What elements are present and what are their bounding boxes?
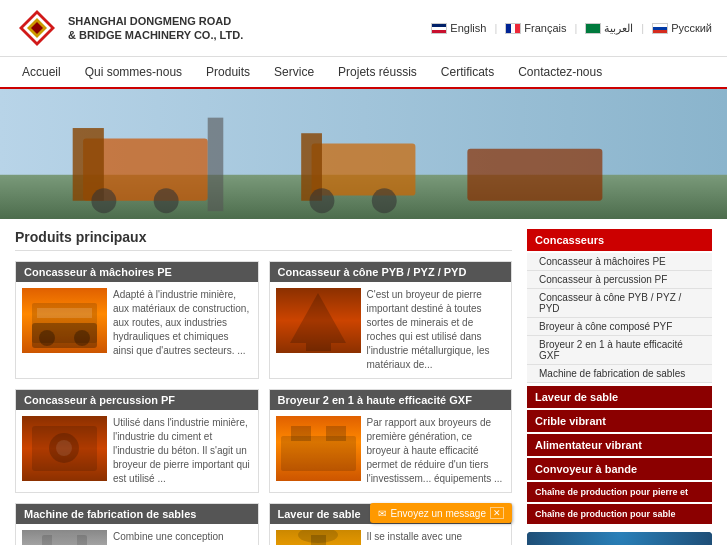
- svg-rect-17: [37, 308, 92, 318]
- product-desc-gxf: Par rapport aux broyeurs de première gén…: [367, 416, 506, 486]
- svg-marker-20: [290, 293, 346, 343]
- product-desc-laveur: Il se installe avec une inclinaison de 1…: [367, 530, 506, 545]
- svg-rect-11: [467, 149, 602, 201]
- chat-label: Envoyez un message: [390, 508, 486, 519]
- sidebar-section-laveur[interactable]: Laveur de sable: [527, 386, 712, 408]
- nav-produits[interactable]: Produits: [194, 57, 262, 87]
- nav-accueil[interactable]: Accueil: [10, 57, 73, 87]
- product-image-laveur: [276, 530, 361, 545]
- svg-point-18: [39, 330, 55, 346]
- product-card-gxf: Broyeur 2 en 1 à haute efficacité GXF Pa…: [269, 389, 513, 493]
- svg-rect-9: [312, 144, 416, 196]
- product-image-pf: [22, 416, 107, 481]
- company-name: SHANGHAI DONGMENG ROAD & BRIDGE MACHINER…: [68, 14, 243, 43]
- product-body-laveur: Il se installe avec une inclinaison de 1…: [270, 524, 512, 545]
- sidebar-section-alimentateur[interactable]: Alimentateur vibrant: [527, 434, 712, 456]
- nav-projets-reussis[interactable]: Projets réussis: [326, 57, 429, 87]
- language-bar: English | Français | العربية | Русский: [431, 22, 712, 35]
- flag-english: [431, 23, 447, 34]
- logo-icon: [15, 8, 60, 48]
- chat-bubble[interactable]: ✉ Envoyez un message ✕: [370, 503, 512, 523]
- sidebar-section-crible[interactable]: Crible vibrant: [527, 410, 712, 432]
- sidebar-item-cone-pyb[interactable]: Concasseur à cône PYB / PYZ / PYD: [527, 289, 712, 318]
- sidebar-section-concasseurs[interactable]: Concasseurs: [527, 229, 712, 251]
- hero-image: [0, 89, 727, 219]
- nav-service[interactable]: Service: [262, 57, 326, 87]
- nav-contactez-nous[interactable]: Contactez-nous: [506, 57, 614, 87]
- chat-icon: ✉: [378, 508, 386, 519]
- flag-french: [505, 23, 521, 34]
- lang-arabic[interactable]: العربية: [585, 22, 633, 35]
- lang-french-label: Français: [524, 22, 566, 34]
- product-body-pe: Adapté à l'industrie minière, aux matéri…: [16, 282, 258, 364]
- product-card-pe: Concasseur à mâchoires PE Adapté à l'i: [15, 261, 259, 379]
- lang-english[interactable]: English: [431, 22, 486, 34]
- svg-point-13: [154, 188, 179, 213]
- flag-arabic: [585, 23, 601, 34]
- sidebar-section-chaine-sable[interactable]: Chaîne de production pour sable: [527, 504, 712, 524]
- main-nav: Accueil Qui sommes-nous Produits Service…: [0, 57, 727, 89]
- svg-rect-27: [326, 426, 346, 441]
- product-title-pf[interactable]: Concasseur à percussion PF: [16, 390, 258, 410]
- main-content: Produits principaux Concasseur à mâchoir…: [0, 219, 727, 545]
- svg-rect-26: [291, 426, 311, 441]
- page-header: SHANGHAI DONGMENG ROAD & BRIDGE MACHINER…: [0, 0, 727, 57]
- content-area: Produits principaux Concasseur à mâchoir…: [15, 229, 512, 545]
- sidebar: Concasseurs Concasseur à mâchoires PE Co…: [527, 229, 712, 545]
- sidebar-item-percussion-pf[interactable]: Concasseur à percussion PF: [527, 271, 712, 289]
- product-image-cone: [276, 288, 361, 353]
- svg-rect-30: [52, 535, 77, 545]
- svg-rect-21: [306, 343, 331, 351]
- product-wrapper: Concasseur à mâchoires PE Adapté à l'i: [15, 261, 512, 545]
- nav-qui-sommes-nous[interactable]: Qui sommes-nous: [73, 57, 194, 87]
- product-card-mfs: Machine de fabrication de sables Combine…: [15, 503, 259, 545]
- product-card-cone: Concasseur à cône PYB / PYZ / PYD C'est …: [269, 261, 513, 379]
- svg-point-15: [372, 188, 397, 213]
- sidebar-section-convoyeur[interactable]: Convoyeur à bande: [527, 458, 712, 480]
- lang-english-label: English: [450, 22, 486, 34]
- lang-separator-2: |: [574, 22, 577, 34]
- contact-box: Contactez-nous: [527, 532, 712, 545]
- product-image-pe: [22, 288, 107, 353]
- product-desc-cone: C'est un broyeur de pierre important des…: [367, 288, 506, 372]
- svg-rect-25: [281, 436, 356, 471]
- flag-russian: [652, 23, 668, 34]
- lang-separator-1: |: [494, 22, 497, 34]
- product-image-mfs: [22, 530, 107, 545]
- hero-banner: [0, 89, 727, 219]
- product-image-gxf: [276, 416, 361, 481]
- product-desc-pe: Adapté à l'industrie minière, aux matéri…: [113, 288, 252, 358]
- product-body-gxf: Par rapport aux broyeurs de première gén…: [270, 410, 512, 492]
- product-title-gxf[interactable]: Broyeur 2 en 1 à haute efficacité GXF: [270, 390, 512, 410]
- product-card-pf: Concasseur à percussion PF Utilisé dans …: [15, 389, 259, 493]
- lang-russian-label: Русский: [671, 22, 712, 34]
- svg-point-14: [309, 188, 334, 213]
- svg-point-19: [74, 330, 90, 346]
- svg-rect-8: [208, 118, 224, 211]
- product-body-cone: C'est un broyeur de pierre important des…: [270, 282, 512, 378]
- product-desc-mfs: Combine une conception technique des pro…: [113, 530, 252, 545]
- lang-french[interactable]: Français: [505, 22, 566, 34]
- svg-point-12: [91, 188, 116, 213]
- sidebar-item-machoires-pe[interactable]: Concasseur à mâchoires PE: [527, 253, 712, 271]
- product-title-mfs[interactable]: Machine de fabrication de sables: [16, 504, 258, 524]
- svg-point-33: [298, 530, 338, 543]
- lang-separator-3: |: [641, 22, 644, 34]
- lang-arabic-label: العربية: [604, 22, 633, 35]
- chat-close-icon[interactable]: ✕: [490, 507, 504, 519]
- product-title-cone[interactable]: Concasseur à cône PYB / PYZ / PYD: [270, 262, 512, 282]
- product-body-pf: Utilisé dans l'industrie minière, l'indu…: [16, 410, 258, 492]
- lang-russian[interactable]: Русский: [652, 22, 712, 34]
- sidebar-item-cone-compose[interactable]: Broyeur à cône composé PYF: [527, 318, 712, 336]
- company-logo: SHANGHAI DONGMENG ROAD & BRIDGE MACHINER…: [15, 8, 243, 48]
- product-title-pe[interactable]: Concasseur à mâchoires PE: [16, 262, 258, 282]
- svg-point-24: [56, 440, 72, 456]
- nav-certificats[interactable]: Certificats: [429, 57, 506, 87]
- product-desc-pf: Utilisé dans l'industrie minière, l'indu…: [113, 416, 252, 486]
- sidebar-item-fabrication-sables[interactable]: Machine de fabrication de sables: [527, 365, 712, 383]
- section-title: Produits principaux: [15, 229, 512, 251]
- sidebar-section-chaine-pierre[interactable]: Chaîne de production pour pierre et: [527, 482, 712, 502]
- sidebar-item-broyeur-gxf[interactable]: Broyeur 2 en 1 à haute efficacité GXF: [527, 336, 712, 365]
- product-body-mfs: Combine une conception technique des pro…: [16, 524, 258, 545]
